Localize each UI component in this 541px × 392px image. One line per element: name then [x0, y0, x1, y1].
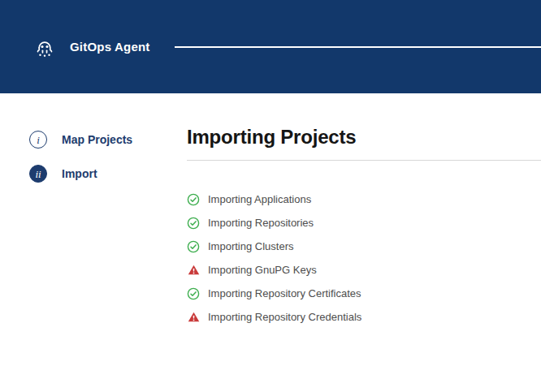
app-title: GitOps Agent: [70, 40, 150, 54]
page-title: Importing Projects: [187, 126, 541, 149]
step-import[interactable]: ii Import: [29, 165, 187, 183]
app-header: GitOps Agent: [0, 0, 541, 93]
step-one-numeral: i: [37, 135, 40, 145]
status-row-applications: Importing Applications: [187, 187, 541, 211]
step-map-projects[interactable]: i Map Projects: [29, 131, 187, 149]
step-one-badge: i: [29, 131, 47, 149]
check-circle-icon: [187, 240, 200, 253]
step-two-label: Import: [62, 167, 97, 180]
import-status-label: Importing Repository Credentials: [208, 311, 361, 323]
import-status-label: Importing Repository Certificates: [208, 287, 361, 299]
import-status-label: Importing Applications: [208, 193, 311, 205]
check-circle-icon: [187, 287, 200, 300]
brand: GitOps Agent: [31, 33, 150, 61]
warning-triangle-icon: [187, 264, 200, 277]
status-row-gnupg-keys: Importing GnuPG Keys: [187, 258, 541, 282]
status-row-repositories: Importing Repositories: [187, 211, 541, 235]
title-divider: [187, 160, 541, 161]
import-status-label: Importing Clusters: [208, 240, 293, 252]
status-row-clusters: Importing Clusters: [187, 235, 541, 258]
header-divider: [175, 46, 541, 48]
check-circle-icon: [187, 217, 200, 230]
octopus-logo-icon: [31, 33, 58, 61]
import-status-label: Importing GnuPG Keys: [208, 264, 317, 276]
step-one-label: Map Projects: [62, 133, 132, 146]
check-circle-icon: [187, 193, 200, 206]
step-two-badge: ii: [29, 165, 47, 183]
status-row-repository-certificates: Importing Repository Certificates: [187, 282, 541, 305]
import-status-list: Importing Applications Importing Reposit…: [187, 187, 541, 329]
import-panel: Importing Projects Importing Application…: [187, 93, 541, 329]
warning-triangle-icon: [187, 311, 200, 324]
wizard-steps-sidebar: i Map Projects ii Import: [29, 93, 187, 329]
step-two-numeral: ii: [35, 169, 41, 179]
page-body: i Map Projects ii Import Importing Proje…: [0, 93, 541, 329]
import-status-label: Importing Repositories: [208, 217, 314, 229]
status-row-repository-credentials: Importing Repository Credentials: [187, 305, 541, 329]
